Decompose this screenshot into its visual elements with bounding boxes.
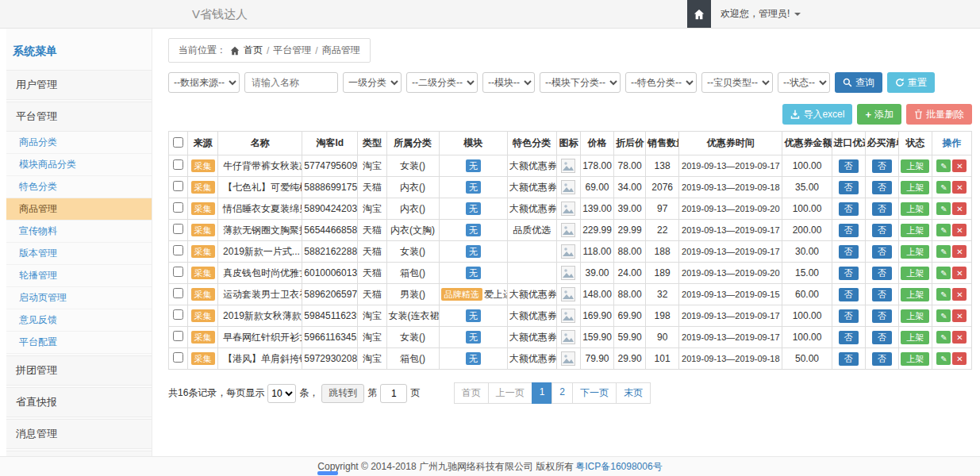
delete-button[interactable]: ✕ [952, 352, 967, 365]
sidebar-item[interactable]: 特色分类 [6, 176, 152, 198]
must-buy-toggle[interactable]: 否 [872, 331, 892, 344]
edit-button[interactable]: ✎ [936, 309, 951, 322]
row-checkbox[interactable] [173, 159, 183, 170]
import-select-toggle[interactable]: 否 [839, 309, 859, 323]
sidebar-group[interactable]: 订单管理 [6, 451, 152, 456]
edit-button[interactable]: ✎ [936, 159, 951, 172]
add-button[interactable]: + 添加 [857, 104, 901, 125]
search-button[interactable]: 查询 [835, 72, 882, 93]
sidebar-group[interactable]: 拼团管理 [6, 355, 152, 386]
status-button[interactable]: 上架 [901, 202, 929, 216]
delete-button[interactable]: ✕ [952, 267, 967, 279]
edit-button[interactable]: ✎ [936, 352, 951, 365]
horizontal-scrollbar-thumb[interactable] [317, 471, 338, 475]
import-select-toggle[interactable]: 否 [839, 159, 859, 173]
must-buy-toggle[interactable]: 否 [872, 245, 892, 259]
reset-button[interactable]: 重置 [887, 72, 935, 93]
batch-delete-button[interactable]: 批量删除 [906, 104, 972, 125]
sidebar-item[interactable]: 意见反馈 [6, 309, 152, 332]
delete-button[interactable]: ✕ [952, 245, 967, 258]
must-buy-toggle[interactable]: 否 [872, 181, 892, 194]
import-select-toggle[interactable]: 否 [839, 181, 859, 194]
row-checkbox[interactable] [173, 181, 183, 191]
must-buy-toggle[interactable]: 否 [872, 352, 892, 366]
select-all-checkbox[interactable] [173, 137, 183, 148]
sidebar-group[interactable]: 消息管理 [6, 419, 152, 449]
status-button[interactable]: 上架 [901, 181, 929, 194]
row-checkbox[interactable] [173, 267, 183, 277]
delete-button[interactable]: ✕ [952, 224, 967, 236]
sidebar-group[interactable]: 平台管理 [6, 102, 152, 132]
page-button[interactable]: 2 [551, 382, 573, 404]
delete-button[interactable]: ✕ [952, 159, 967, 172]
delete-button[interactable]: ✕ [952, 202, 967, 215]
status-button[interactable]: 上架 [901, 159, 929, 173]
name-search-input[interactable] [244, 72, 338, 93]
page-button[interactable]: 首页 [454, 382, 489, 404]
level1-category-select[interactable]: 一级分类 [343, 72, 402, 93]
status-button[interactable]: 上架 [901, 224, 929, 237]
import-select-toggle[interactable]: 否 [839, 245, 859, 259]
edit-button[interactable]: ✎ [936, 245, 951, 258]
must-buy-toggle[interactable]: 否 [872, 202, 892, 216]
row-checkbox[interactable] [173, 245, 183, 255]
sidebar-item[interactable]: 宣传物料 [6, 221, 152, 243]
per-page-select[interactable]: 10 [267, 384, 296, 403]
edit-button[interactable]: ✎ [936, 181, 951, 194]
data-source-select[interactable]: --数据来源-- [168, 72, 240, 93]
import-select-toggle[interactable]: 否 [839, 331, 859, 344]
feature-category-select[interactable]: --特色分类-- [625, 72, 697, 93]
sidebar-item[interactable]: 平台配置 [6, 332, 152, 354]
status-button[interactable]: 上架 [901, 331, 929, 344]
row-checkbox[interactable] [173, 224, 183, 234]
delete-button[interactable]: ✕ [952, 309, 967, 322]
jump-page-input[interactable] [380, 384, 407, 403]
row-checkbox[interactable] [173, 309, 183, 320]
delete-button[interactable]: ✕ [952, 331, 967, 344]
edit-button[interactable]: ✎ [936, 331, 951, 344]
status-button[interactable]: 上架 [901, 267, 929, 280]
sidebar-item[interactable]: 模块商品分类 [6, 154, 152, 176]
icp-link[interactable]: 粤ICP备16098006号 [575, 460, 662, 474]
sidebar-item[interactable]: 版本管理 [6, 243, 152, 265]
import-select-toggle[interactable]: 否 [839, 224, 859, 237]
row-checkbox[interactable] [173, 331, 183, 341]
import-select-toggle[interactable]: 否 [839, 288, 859, 301]
sidebar-group[interactable]: 省直快报 [6, 387, 152, 417]
status-button[interactable]: 上架 [901, 352, 929, 366]
edit-button[interactable]: ✎ [936, 267, 951, 279]
must-buy-toggle[interactable]: 否 [872, 159, 892, 173]
page-button[interactable]: 下一页 [572, 382, 617, 404]
sidebar-item[interactable]: 轮播管理 [6, 265, 152, 287]
jump-button[interactable]: 跳转到 [321, 384, 364, 403]
import-excel-button[interactable]: 导入excel [782, 104, 852, 125]
breadcrumb-home[interactable]: 首页 [244, 44, 263, 57]
must-buy-toggle[interactable]: 否 [872, 224, 892, 237]
sidebar-item[interactable]: 商品管理 [6, 198, 152, 221]
row-checkbox[interactable] [173, 202, 183, 213]
must-buy-toggle[interactable]: 否 [872, 309, 892, 323]
user-menu[interactable]: 欢迎您，管理员! [711, 0, 810, 28]
item-type-select[interactable]: --宝贝类型-- [701, 72, 773, 93]
level2-category-select[interactable]: --二级分类-- [406, 72, 478, 93]
page-button[interactable]: 末页 [616, 382, 651, 404]
row-checkbox[interactable] [173, 352, 183, 363]
page-button[interactable]: 1 [532, 382, 553, 404]
must-buy-toggle[interactable]: 否 [872, 288, 892, 301]
delete-button[interactable]: ✕ [952, 181, 967, 194]
page-button[interactable]: 上一页 [488, 382, 532, 404]
module-select[interactable]: --模块-- [482, 72, 535, 93]
import-select-toggle[interactable]: 否 [839, 352, 859, 366]
sidebar-item[interactable]: 启动页管理 [6, 287, 152, 309]
status-select[interactable]: --状态-- [778, 72, 830, 93]
edit-button[interactable]: ✎ [936, 202, 951, 215]
edit-button[interactable]: ✎ [936, 224, 951, 236]
home-button[interactable] [687, 0, 711, 28]
status-button[interactable]: 上架 [901, 288, 929, 301]
edit-button[interactable]: ✎ [936, 288, 951, 301]
status-button[interactable]: 上架 [901, 309, 929, 323]
status-button[interactable]: 上架 [901, 245, 929, 259]
must-buy-toggle[interactable]: 否 [872, 267, 892, 280]
import-select-toggle[interactable]: 否 [839, 202, 859, 216]
module-sub-category-select[interactable]: --模块下分类-- [540, 72, 621, 93]
